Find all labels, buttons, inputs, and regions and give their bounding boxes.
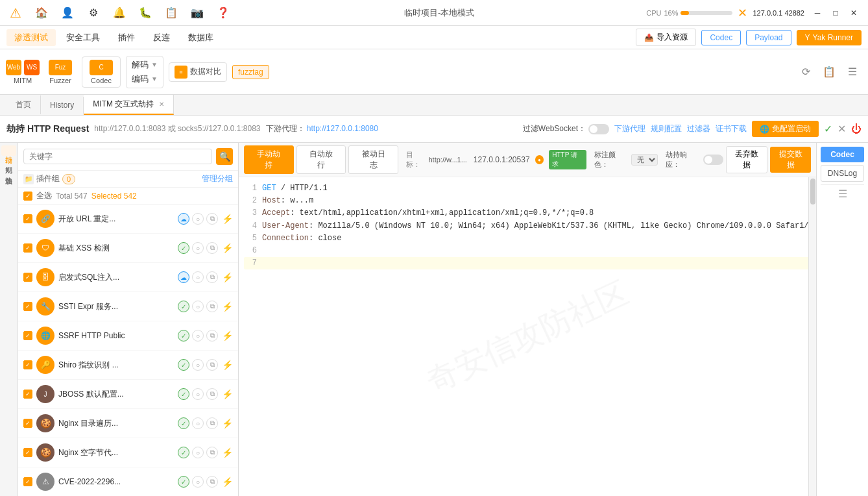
copy-badge-8[interactable]: ⧉ [206, 447, 218, 458]
copy-badge-7[interactable]: ⧉ [206, 417, 218, 429]
lightning-9[interactable]: ⚡ [222, 477, 233, 487]
menu-icon[interactable]: ☰ [843, 63, 862, 81]
tab-auto[interactable]: 自动放行 [296, 145, 346, 174]
plugin-item-6[interactable]: ✓ J JBOSS 默认配置... ✓ ○ ⧉ ⚡ [18, 380, 238, 409]
close-btn[interactable]: ✕ [846, 5, 862, 21]
select-all-checkbox[interactable]: ✓ [23, 192, 32, 201]
shield-badge-1[interactable]: ✓ [178, 242, 189, 254]
encode-row[interactable]: 编码 ▼ [132, 73, 158, 85]
v-tab-hotload[interactable]: 热加载 [1, 166, 16, 177]
circle-badge-6[interactable]: ○ [192, 388, 204, 400]
minimize-btn[interactable]: ─ [810, 5, 825, 21]
copy-badge-5[interactable]: ⧉ [206, 359, 218, 371]
discard-btn[interactable]: 丢弃数据 [726, 146, 768, 173]
tag-color-select[interactable]: 无 [631, 154, 658, 166]
plugin-item-5[interactable]: ✓ 🔑 Shiro 指纹识别 ... ✓ ○ ⧉ ⚡ [18, 351, 238, 380]
ws-icon[interactable]: WS [24, 60, 40, 75]
side-menu-icon[interactable]: ☰ [821, 188, 864, 200]
tab-mitm[interactable]: MITM 交互式劫持 ✕ [84, 95, 174, 115]
circle-badge-1[interactable]: ○ [192, 242, 204, 254]
shield-badge-7[interactable]: ✓ [178, 417, 189, 429]
plugin-item-3[interactable]: ✓ 🔧 SSTI Expr 服务... ✓ ○ ⧉ ⚡ [18, 292, 238, 321]
plugin-checkbox-2[interactable]: ✓ [23, 273, 32, 282]
import-resources-btn[interactable]: 📤 导入资源 [636, 29, 696, 46]
circle-badge-4[interactable]: ○ [192, 330, 204, 341]
decode-row[interactable]: 解码 ▼ [132, 59, 158, 71]
plugin-item-0[interactable]: ✓ 🔗 开放 URL 重定... ☁ ○ ⧉ ⚡ [18, 205, 238, 234]
plugin-item-2[interactable]: ✓ 🗄 启发式SQL注入... ☁ ○ ⧉ ⚡ [18, 263, 238, 292]
payload-nav-btn[interactable]: Payload [746, 30, 791, 45]
data-compare-tool[interactable]: ≡ 数据对比 [169, 62, 227, 82]
cert-download-link[interactable]: 证书下载 [716, 123, 747, 134]
lightning-5[interactable]: ⚡ [222, 360, 233, 370]
plugin-item-9[interactable]: ✓ ⚠ CVE-2022-2296... ✓ ○ ⧉ ⚡ [18, 467, 238, 496]
dnslog-side-btn[interactable]: DNSLog [821, 165, 864, 182]
circle-badge-7[interactable]: ○ [192, 417, 204, 429]
lightning-8[interactable]: ⚡ [222, 447, 233, 458]
plugin-item-4[interactable]: ✓ 🌐 SSRF HTTP Public ✓ ○ ⧉ ⚡ [18, 321, 238, 351]
submit-btn[interactable]: 提交数据 [770, 147, 811, 173]
close-request-icon[interactable]: ✕ [838, 123, 846, 135]
fuzztag-btn[interactable]: fuzztag [232, 65, 269, 79]
clipboard-icon[interactable]: 📋 [162, 4, 180, 22]
copy-icon[interactable]: 📋 [820, 63, 838, 81]
tab-passive[interactable]: 被动日志 [348, 145, 398, 174]
lightning-4[interactable]: ⚡ [222, 330, 233, 341]
copy-badge-4[interactable]: ⧉ [206, 330, 218, 341]
copy-badge-6[interactable]: ⧉ [206, 388, 218, 400]
shield-badge-3[interactable]: ✓ [178, 301, 189, 312]
copy-badge-9[interactable]: ⧉ [206, 476, 218, 488]
check-icon[interactable]: ✓ [824, 123, 832, 135]
lightning-1[interactable]: ⚡ [222, 243, 233, 253]
plugin-checkbox-5[interactable]: ✓ [23, 360, 32, 369]
plugin-checkbox-6[interactable]: ✓ [23, 390, 32, 399]
shield-badge-8[interactable]: ✓ [178, 447, 189, 458]
settings-icon[interactable]: ⚙ [84, 4, 102, 22]
web-icon[interactable]: Web [6, 60, 21, 75]
filter-ws-switch[interactable] [588, 124, 609, 134]
codec-tool[interactable]: C Codec [82, 56, 121, 88]
yak-runner-btn[interactable]: Y Yak Runner [797, 30, 862, 45]
lightning-7[interactable]: ⚡ [222, 418, 233, 428]
manage-group-btn[interactable]: 管理分组 [202, 173, 233, 184]
maximize-btn[interactable]: □ [828, 5, 843, 21]
plugin-search-input[interactable] [23, 149, 212, 164]
plugin-item-1[interactable]: ✓ 🛡 基础 XSS 检测 ✓ ○ ⧉ ⚡ [18, 234, 238, 263]
codec-side-btn[interactable]: Codec [821, 147, 864, 162]
scrollbar[interactable] [808, 177, 816, 496]
scrollbar-thumb[interactable] [810, 179, 815, 205]
plugin-checkbox-0[interactable]: ✓ [23, 214, 32, 223]
shield-badge-6[interactable]: ✓ [178, 388, 189, 400]
plugin-item-7[interactable]: ✓ 🍪 Nginx 目录遍历... ✓ ○ ⧉ ⚡ [18, 409, 238, 438]
power-icon[interactable]: ⏻ [851, 123, 862, 135]
plugin-checkbox-4[interactable]: ✓ [23, 331, 32, 340]
tab-history[interactable]: History [41, 97, 84, 114]
hijack-switch[interactable] [703, 155, 723, 165]
circle-badge-3[interactable]: ○ [192, 301, 204, 312]
plugin-checkbox-1[interactable]: ✓ [23, 243, 32, 253]
bug-icon[interactable]: 🐛 [136, 4, 154, 22]
plugin-checkbox-3[interactable]: ✓ [23, 302, 32, 311]
alert-icon[interactable]: ⚠ [6, 4, 25, 22]
tab-home[interactable]: 首页 [6, 95, 41, 114]
menu-security-tools[interactable]: 安全工具 [58, 29, 108, 46]
plugin-checkbox-7[interactable]: ✓ [23, 419, 32, 428]
shield-badge-4[interactable]: ✓ [178, 330, 189, 341]
search-submit-btn[interactable]: 🔍 [216, 148, 233, 165]
fuzzer-tool[interactable]: Fuz Fuzzer [44, 60, 77, 84]
menu-pentest[interactable]: 渗透测试 [6, 29, 56, 46]
v-tab-hijack[interactable]: 劫持 [1, 145, 16, 156]
circle-badge-0[interactable]: ○ [192, 213, 204, 225]
home-icon[interactable]: 🏠 [32, 4, 51, 22]
circle-badge-5[interactable]: ○ [192, 359, 204, 371]
code-line-7[interactable]: 7 [244, 257, 811, 269]
cloud-badge-0[interactable]: ☁ [178, 213, 189, 225]
lightning-6[interactable]: ⚡ [222, 389, 233, 399]
copy-badge-1[interactable]: ⧉ [206, 242, 218, 254]
menu-database[interactable]: 数据库 [180, 29, 221, 46]
code-area[interactable]: 1 GET / HTTP/1.1 2 Host: w...m 3 Accept:… [239, 177, 816, 275]
auto-config-start-btn[interactable]: 🌐 免配置启动 [752, 121, 819, 137]
shield-badge-9[interactable]: ✓ [178, 476, 189, 488]
shield-badge-5[interactable]: ✓ [178, 359, 189, 371]
copy-badge-3[interactable]: ⧉ [206, 301, 218, 312]
